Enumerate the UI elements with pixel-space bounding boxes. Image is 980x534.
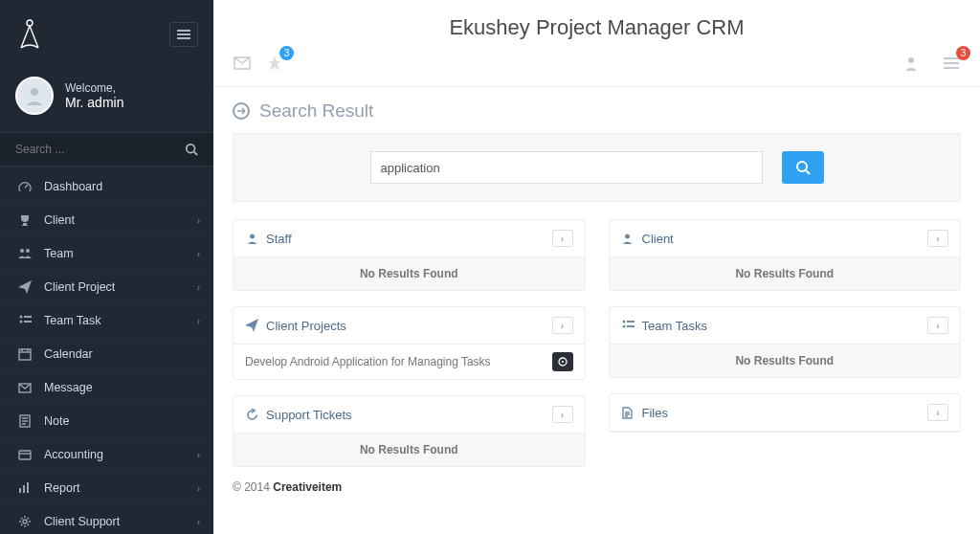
mail-icon [15,383,34,393]
alert-badge: 3 [956,46,970,60]
panel-header: Client Projects› [234,307,585,345]
notification-badge: 3 [279,46,294,60]
panel-support-tickets: Support Tickets›No Results Found [233,395,586,467]
sidebar-item-label: Accounting [44,448,103,461]
svg-point-7 [20,321,23,323]
content: Search Result Staff›No Results FoundClie… [213,87,980,517]
chevron-right-icon: › [197,215,200,226]
user-icon [245,233,258,245]
panel-title: Team Tasks [642,319,707,333]
svg-rect-13 [19,488,21,493]
chevron-right-icon: › [197,517,200,527]
no-results-text: No Results Found [610,345,961,377]
chevron-right-icon: › [197,249,200,259]
no-results-text: No Results Found [234,434,585,466]
panel-header: Support Tickets› [234,396,585,434]
mail-icon[interactable] [233,54,252,73]
panel-client: Client›No Results Found [609,219,962,291]
svg-point-1 [31,88,38,96]
tasks-icon [621,319,635,332]
note-icon [15,414,34,428]
sidebar-item-label: Calendar [44,347,93,361]
sidebar-search-input[interactable] [15,143,185,156]
card-icon [15,450,34,460]
results-column-left: Staff›No Results FoundClient Projects›De… [233,219,586,467]
sidebar-item-label: Note [44,414,69,428]
chart-icon [15,482,34,494]
result-action-button[interactable] [552,352,573,371]
svg-point-21 [562,361,564,363]
search-button[interactable] [782,151,824,184]
expand-button[interactable]: › [927,230,948,247]
search-icon[interactable] [185,143,198,156]
sidebar-item-team[interactable]: Team› [0,237,213,271]
sidebar-item-dashboard[interactable]: Dashboard [0,170,213,204]
svg-point-18 [797,162,807,171]
panel-staff: Staff›No Results Found [233,219,586,291]
chevron-right-icon: › [197,450,200,460]
expand-button[interactable]: › [552,406,573,423]
sidebar-item-message[interactable]: Message [0,371,213,405]
footer: © 2014 Creativeitem [233,467,961,498]
sidebar-item-calendar[interactable]: Calendar [0,338,213,371]
svg-point-0 [27,20,33,26]
dashboard-icon [15,180,34,193]
svg-point-5 [20,316,23,319]
refresh-icon [245,409,258,421]
welcome-text: Welcome, [65,81,123,95]
search-input[interactable] [370,151,763,184]
expand-button[interactable]: › [927,404,948,421]
app-logo [15,17,44,52]
trophy-icon [15,213,34,227]
result-row[interactable]: Develop Android Application for Managing… [234,345,585,379]
sidebar-item-report[interactable]: Report› [0,472,213,505]
svg-rect-12 [19,451,31,459]
sidebar-toggle-button[interactable] [169,22,198,47]
sidebar-item-label: Team Task [44,314,101,327]
sidebar-item-label: Dashboard [44,180,102,193]
panel-team-tasks: Team Tasks›No Results Found [609,306,962,378]
user-avatar [15,77,54,115]
topbar: 3 3 [213,48,980,87]
users-icon [15,247,34,260]
svg-rect-8 [24,321,32,323]
page-title-row: Search Result [233,100,961,122]
calendar-icon [15,347,34,361]
list-icon[interactable]: 3 [942,54,961,73]
sidebar-item-team-task[interactable]: Team Task› [0,304,213,338]
sidebar-item-client[interactable]: Client› [0,204,213,237]
panel-client-projects: Client Projects›Develop Android Applicat… [233,306,586,380]
user-name: Mr. admin [65,95,123,110]
panel-title: Client Projects [266,319,346,333]
no-results-text: No Results Found [610,257,961,290]
panel-header: Files› [610,394,961,432]
svg-rect-6 [24,316,32,318]
result-text: Develop Android Application for Managing… [245,355,543,368]
panel-header: Staff› [234,220,585,257]
page-title: Search Result [259,100,373,122]
svg-rect-26 [627,325,635,327]
panel-title: Support Tickets [266,408,352,422]
panel-header: Team Tasks› [610,307,961,345]
sidebar-item-note[interactable]: Note [0,405,213,438]
send-icon [245,319,258,332]
pin-icon[interactable]: 3 [265,54,284,73]
panel-title: Files [642,406,668,420]
file-icon [621,407,635,419]
svg-rect-9 [19,349,31,360]
results-column-right: Client›No Results FoundTeam Tasks›No Res… [609,219,962,467]
sidebar: Welcome, Mr. admin DashboardClient›Team›… [0,0,213,534]
sidebar-item-accounting[interactable]: Accounting› [0,438,213,472]
expand-button[interactable]: › [552,230,573,247]
sidebar-item-client-support[interactable]: Client Support› [0,505,213,534]
svg-point-3 [20,249,24,253]
sidebar-item-label: Client Support [44,515,120,528]
svg-rect-14 [23,485,25,493]
sidebar-item-client-project[interactable]: Client Project› [0,271,213,304]
user-icon[interactable] [902,54,921,73]
sidebar-item-label: Message [44,381,93,394]
svg-rect-15 [27,482,29,493]
gear-icon [15,515,34,528]
expand-button[interactable]: › [927,317,948,334]
expand-button[interactable]: › [552,317,573,334]
